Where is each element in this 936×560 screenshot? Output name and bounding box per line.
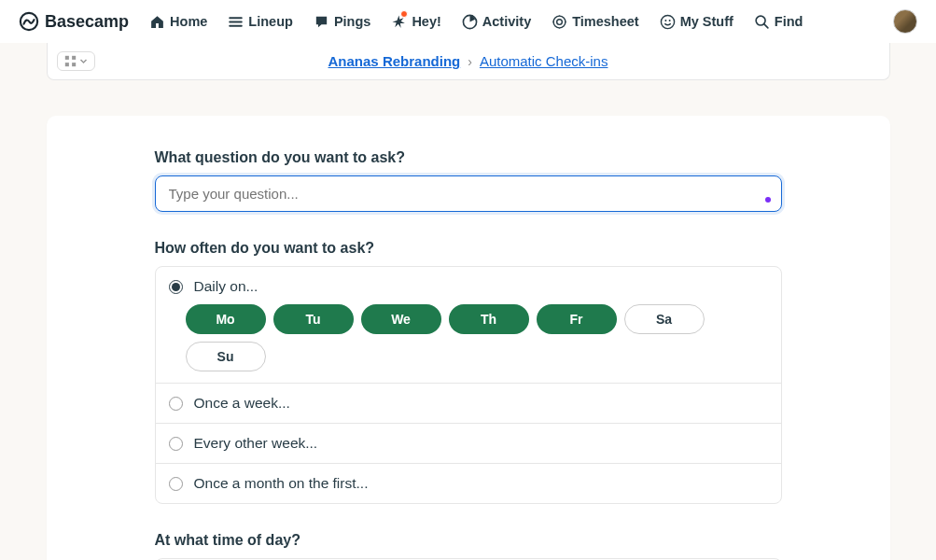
- nav-timesheet-label: Timesheet: [572, 14, 638, 29]
- svg-point-3: [557, 19, 563, 24]
- day-mo[interactable]: Mo: [186, 304, 266, 334]
- logo-mark-icon: [19, 11, 39, 32]
- day-su[interactable]: Su: [186, 342, 266, 371]
- day-th[interactable]: Th: [449, 304, 529, 334]
- basecamp-logo[interactable]: Basecamp: [19, 11, 129, 32]
- frequency-biweekly[interactable]: Every other week...: [156, 423, 781, 463]
- monthly-text: Once a month on the first...: [194, 475, 369, 492]
- day-fr[interactable]: Fr: [537, 304, 617, 334]
- svg-rect-9: [72, 56, 76, 60]
- svg-point-5: [664, 20, 666, 21]
- day-tu[interactable]: Tu: [273, 304, 354, 334]
- grammarly-indicator-icon: [765, 197, 771, 203]
- radio-monthly[interactable]: [169, 477, 183, 491]
- nav-timesheet[interactable]: Timesheet: [552, 14, 638, 30]
- search-icon: [754, 14, 770, 30]
- top-navigation: Basecamp Home Lineup Pings Hey! Activity…: [0, 0, 936, 43]
- nav-lineup-label: Lineup: [248, 14, 293, 29]
- nav-mystuff[interactable]: My Stuff: [660, 14, 733, 30]
- svg-rect-8: [64, 56, 68, 60]
- activity-icon: [462, 14, 478, 30]
- svg-rect-10: [64, 63, 68, 66]
- day-sa[interactable]: Sa: [624, 304, 705, 334]
- radio-weekly[interactable]: [169, 397, 183, 411]
- nav-items: Home Lineup Pings Hey! Activity Timeshee…: [149, 14, 803, 30]
- nav-hey[interactable]: Hey!: [391, 14, 440, 30]
- nav-mystuff-label: My Stuff: [680, 14, 733, 29]
- notification-dot: [400, 10, 408, 18]
- nav-hey-label: Hey!: [412, 14, 440, 29]
- time-label: At what time of day?: [155, 532, 782, 549]
- frequency-daily[interactable]: Daily on... Mo Tu We Th Fr Sa Su: [156, 267, 781, 383]
- nav-home-label: Home: [170, 14, 207, 29]
- radio-biweekly[interactable]: [169, 437, 183, 451]
- nav-find-label: Find: [775, 14, 803, 29]
- svg-rect-11: [72, 63, 76, 66]
- svg-point-6: [668, 20, 670, 21]
- nav-lineup[interactable]: Lineup: [228, 14, 293, 30]
- nav-activity[interactable]: Activity: [462, 14, 531, 30]
- pings-icon: [314, 14, 329, 30]
- weekly-text: Once a week...: [194, 395, 290, 412]
- nav-activity-label: Activity: [482, 14, 531, 29]
- frequency-options: Daily on... Mo Tu We Th Fr Sa Su Once a …: [155, 266, 782, 504]
- home-icon: [149, 14, 165, 30]
- lineup-icon: [228, 14, 244, 30]
- form-card: What question do you want to ask? How of…: [47, 116, 890, 560]
- nav-home[interactable]: Home: [149, 14, 207, 30]
- day-we[interactable]: We: [361, 304, 441, 334]
- breadcrumb-section[interactable]: Automatic Check-ins: [480, 53, 608, 69]
- user-avatar[interactable]: [893, 9, 917, 34]
- grid-icon: [64, 55, 77, 67]
- day-pills: Mo Tu We Th Fr Sa Su: [169, 304, 768, 371]
- question-input[interactable]: [155, 175, 782, 212]
- chevron-down-icon: [79, 57, 88, 65]
- breadcrumb-bar: Ananas Rebranding › Automatic Check-ins: [47, 43, 890, 80]
- nav-pings-label: Pings: [334, 14, 370, 29]
- nav-pings[interactable]: Pings: [314, 14, 370, 30]
- breadcrumb-separator: ›: [468, 54, 472, 69]
- logo-text: Basecamp: [45, 12, 129, 32]
- view-switcher[interactable]: [57, 51, 95, 71]
- frequency-weekly[interactable]: Once a week...: [156, 383, 781, 423]
- frequency-monthly[interactable]: Once a month on the first...: [156, 463, 781, 503]
- svg-point-4: [661, 15, 674, 28]
- svg-point-2: [553, 16, 566, 28]
- biweekly-text: Every other week...: [194, 435, 318, 452]
- frequency-label: How often do you want to ask?: [155, 240, 782, 257]
- breadcrumb-project[interactable]: Ananas Rebranding: [328, 53, 461, 69]
- question-label: What question do you want to ask?: [155, 149, 782, 166]
- timesheet-icon: [552, 14, 567, 30]
- nav-find[interactable]: Find: [754, 14, 803, 30]
- mystuff-icon: [660, 14, 676, 30]
- radio-daily[interactable]: [169, 280, 183, 294]
- daily-text: Daily on...: [194, 278, 258, 295]
